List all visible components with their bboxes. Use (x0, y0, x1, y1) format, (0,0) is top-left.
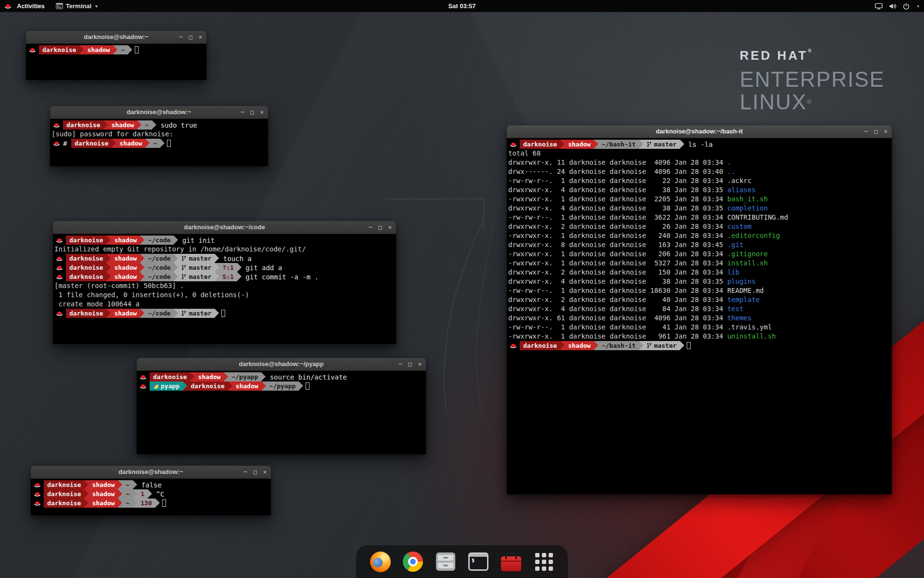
powerline-separator-icon (680, 140, 684, 149)
maximize-button[interactable]: □ (254, 469, 257, 475)
window-titlebar[interactable]: darknoise@shadow:~─□× (31, 466, 271, 479)
powerline-separator-icon (594, 341, 598, 350)
file-name: themes (727, 314, 752, 322)
toolbox-launcher[interactable] (500, 550, 523, 573)
window-titlebar[interactable]: darknoise@shadow:~/bash-it─□× (507, 125, 892, 138)
rhel-brand-linux: LINUX® (740, 91, 885, 113)
redhat-prompt-icon (510, 343, 517, 349)
prompt-segment-path: ~/code (144, 263, 174, 272)
maximize-button[interactable]: □ (409, 361, 412, 367)
file-name: .gitignore (727, 250, 768, 258)
app-menu-button[interactable]: Terminal ▾ (56, 2, 98, 10)
command-text: ls -la (684, 141, 713, 148)
terminal-window[interactable]: darknoise@shadow:~/code─□×darknoiseshado… (53, 221, 396, 344)
terminal-window[interactable]: darknoise@shadow:~─□×darknoiseshadow~ (26, 31, 206, 80)
dock: $ (356, 545, 568, 578)
powerline-separator-icon (137, 120, 141, 130)
minimize-button[interactable]: ─ (179, 34, 182, 40)
prompt-segment-host: shadow (111, 272, 140, 281)
close-button[interactable]: × (199, 34, 202, 40)
maximize-button[interactable]: □ (874, 129, 878, 134)
terminal-content[interactable]: darknoiseshadow~/pyapp source bin/activa… (137, 371, 426, 454)
prompt-segment-user: darknoise (66, 263, 106, 272)
activities-button[interactable]: Activities (15, 2, 47, 10)
python-icon (153, 383, 158, 389)
terminal-prompt-line: darknoiseshadow~ sudo true (51, 120, 267, 130)
window-titlebar[interactable]: darknoise@shadow:~─□× (26, 31, 206, 44)
powerline-separator-icon (128, 45, 132, 54)
close-button[interactable]: × (388, 224, 392, 230)
file-list-row: drwxrwxr-x. 2 darknoise darknoise 40 Jan… (508, 295, 891, 304)
powerline-separator-icon (106, 309, 111, 318)
terminal-content[interactable]: darknoiseshadow~ sudo true[sudo] passwor… (50, 119, 268, 166)
terminal-window[interactable]: darknoise@shadow:~/pyapp─□×darknoiseshad… (137, 358, 426, 454)
terminal-launcher[interactable]: $ (467, 550, 490, 573)
close-button[interactable]: × (418, 361, 422, 367)
powerline-separator-icon (174, 263, 178, 272)
redhat-prompt-icon (53, 122, 61, 128)
prompt-segment-path: ~ (122, 480, 133, 489)
maximize-button[interactable]: □ (251, 109, 254, 115)
powerline-separator-icon (118, 499, 122, 508)
chrome-launcher[interactable] (401, 550, 424, 573)
minimize-button[interactable]: ─ (864, 129, 868, 134)
file-list-row: -rw-rw-r--. 1 darknoise darknoise 22 Jan… (508, 176, 891, 185)
powerline-separator-icon (84, 480, 89, 489)
clock[interactable]: Sat 03:57 (448, 2, 475, 10)
prompt-segment-path: ~/code (144, 309, 174, 318)
file-name: CONTRIBUTING.md (727, 213, 788, 221)
files-launcher[interactable] (434, 550, 457, 573)
file-list-row: drwxrwxr-x. 11 darknoise darknoise 4096 … (508, 158, 891, 167)
file-name: .editorconfig (727, 232, 780, 239)
terminal-output-line: 1 file changed, 0 insertions(+), 0 delet… (54, 290, 395, 300)
command-text: git add a (242, 264, 282, 272)
powerline-separator-icon (106, 236, 111, 245)
close-button[interactable]: × (260, 109, 264, 115)
window-controls: ─□× (864, 125, 887, 138)
minimize-button[interactable]: ─ (369, 224, 372, 230)
window-titlebar[interactable]: darknoise@shadow:~/pyapp─□× (137, 358, 426, 371)
minimize-button[interactable]: ─ (244, 469, 247, 475)
powerline-separator-icon (190, 372, 194, 381)
close-button[interactable]: × (884, 129, 887, 134)
file-name: aliases (727, 186, 756, 194)
show-apps-launcher[interactable] (532, 550, 555, 573)
close-button[interactable]: × (263, 469, 267, 475)
window-titlebar[interactable]: darknoise@shadow:~─□× (50, 106, 268, 119)
terminal-window[interactable]: darknoise@shadow:~/bash-it─□×darknoisesh… (507, 125, 892, 494)
prompt-segment-git: master (643, 341, 680, 350)
terminal-window[interactable]: darknoise@shadow:~─□×darknoiseshadow~ su… (50, 106, 268, 166)
terminal-content[interactable]: darknoiseshadow~ (26, 44, 206, 80)
top-bar: Activities Terminal ▾ Sat 03:57 ▾ (0, 0, 924, 12)
prompt-segment-host: shadow (111, 263, 140, 272)
window-titlebar[interactable]: darknoise@shadow:~/code─□× (53, 221, 396, 234)
prompt-segment-user: darknoise (44, 480, 84, 489)
terminal-content[interactable]: darknoiseshadow~/code git initInitialize… (53, 234, 396, 344)
terminal-prompt-line: pyappdarknoiseshadow~/pyapp (138, 381, 425, 391)
prompt-segment-git: master (643, 140, 680, 149)
maximize-button[interactable]: □ (189, 34, 192, 40)
file-name: . (727, 158, 731, 166)
system-status-area[interactable]: ▾ (875, 3, 919, 10)
minimize-button[interactable]: ─ (241, 109, 244, 115)
terminal-content[interactable]: darknoiseshadow~/bash-itmaster ls -latot… (507, 138, 892, 494)
file-list-row: -rwxrwxr-x. 1 darknoise darknoise 206 Ja… (508, 250, 891, 259)
git-branch-icon (647, 342, 652, 349)
terminal-cursor (306, 382, 309, 390)
firefox-launcher[interactable] (369, 550, 392, 573)
redhat-prompt-icon (56, 274, 64, 280)
terminal-icon: $ (468, 552, 488, 571)
terminal-content[interactable]: darknoiseshadow~ falsedarknoiseshadow~1 … (31, 479, 271, 515)
terminal-window[interactable]: darknoise@shadow:~─□×darknoiseshadow~ fa… (31, 466, 271, 515)
minimize-button[interactable]: ─ (398, 361, 402, 367)
maximize-button[interactable]: □ (379, 224, 382, 230)
file-list-row: drwxrwxr-x. 2 darknoise darknoise 26 Jan… (508, 222, 891, 231)
window-title: darknoise@shadow:~/bash-it (656, 128, 743, 135)
file-list-row: -rwxrwxr-x. 1 darknoise darknoise 2205 J… (508, 195, 891, 204)
file-name: .. (727, 168, 735, 175)
window-title: darknoise@shadow:~/pyapp (239, 360, 323, 368)
window-controls: ─□× (398, 358, 422, 370)
powerline-separator-icon (228, 381, 232, 391)
redhat-prompt-icon (53, 141, 61, 146)
prompt-segment-user: darknoise (66, 272, 106, 281)
